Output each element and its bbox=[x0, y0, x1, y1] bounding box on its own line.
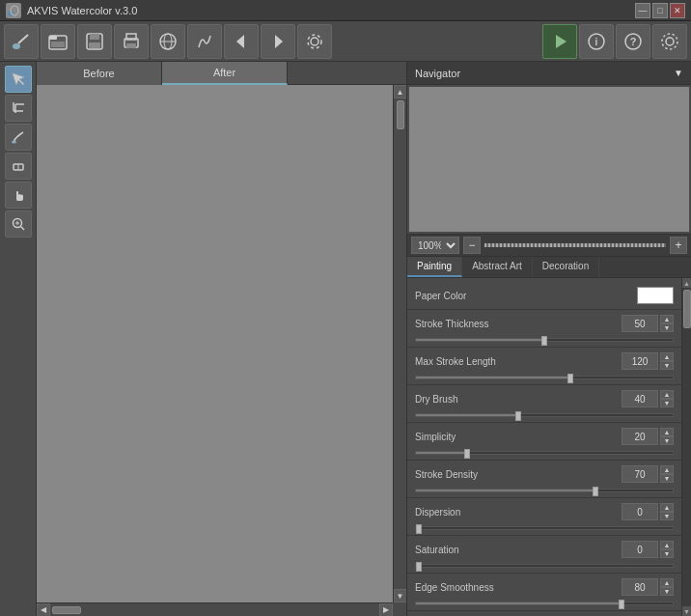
edge-smoothness-down[interactable]: ▼ bbox=[660, 587, 674, 596]
max-stroke-length-up[interactable]: ▲ bbox=[660, 352, 674, 361]
simplicity-input[interactable] bbox=[622, 428, 658, 445]
saturation-up[interactable]: ▲ bbox=[660, 541, 674, 549]
web-button[interactable] bbox=[151, 24, 185, 59]
dry-brush-down[interactable]: ▼ bbox=[660, 399, 674, 407]
dispersion-row: Dispersion ▲ ▼ bbox=[407, 498, 681, 536]
help-button[interactable]: ? bbox=[616, 24, 650, 59]
max-stroke-length-slider[interactable] bbox=[415, 376, 674, 379]
dry-brush-input[interactable] bbox=[622, 390, 658, 407]
svg-marker-17 bbox=[275, 35, 283, 48]
edge-smoothness-slider[interactable] bbox=[415, 602, 674, 605]
close-button[interactable]: ✕ bbox=[670, 3, 685, 18]
horizontal-scroll-thumb[interactable] bbox=[52, 606, 81, 614]
print-button[interactable] bbox=[114, 24, 149, 59]
stroke-thickness-up[interactable]: ▲ bbox=[660, 315, 674, 323]
dispersion-slider[interactable] bbox=[415, 526, 674, 530]
stroke-density-slider[interactable] bbox=[415, 489, 674, 492]
max-stroke-length-input[interactable] bbox=[622, 352, 658, 370]
stroke-thickness-down[interactable]: ▼ bbox=[660, 323, 674, 332]
info-button[interactable]: i bbox=[579, 24, 614, 59]
scroll-left-arrow[interactable]: ◀ bbox=[37, 603, 50, 617]
tab-before[interactable]: Before bbox=[37, 62, 162, 85]
forward-button[interactable] bbox=[261, 24, 295, 59]
saturation-slider[interactable] bbox=[415, 564, 674, 568]
dispersion-up[interactable]: ▲ bbox=[660, 503, 674, 512]
stroke-density-up[interactable]: ▲ bbox=[660, 465, 674, 474]
navigator-preview bbox=[409, 87, 689, 232]
dry-brush-slider[interactable] bbox=[415, 413, 674, 417]
edge-smoothness-input[interactable] bbox=[622, 578, 658, 596]
zoom-out-button[interactable]: − bbox=[463, 237, 481, 254]
svg-rect-5 bbox=[49, 36, 57, 40]
scroll-down-arrow[interactable]: ▼ bbox=[394, 589, 407, 602]
hand-tool-button[interactable] bbox=[5, 182, 32, 209]
simplicity-label: Simplicity bbox=[415, 432, 622, 442]
canvas-image-area bbox=[37, 85, 393, 602]
horizontal-scrollbar[interactable]: ◀ ▶ bbox=[37, 602, 393, 616]
edge-smoothness-up[interactable]: ▲ bbox=[660, 578, 674, 587]
panel-scroll-up-arrow[interactable]: ▲ bbox=[682, 278, 692, 288]
saturation-down[interactable]: ▼ bbox=[660, 549, 674, 558]
eraser-tool-button[interactable] bbox=[5, 153, 32, 180]
navigator-dropdown-icon[interactable]: ▼ bbox=[674, 68, 683, 78]
svg-line-3 bbox=[18, 35, 28, 43]
navigator-header: Navigator ▼ bbox=[407, 62, 691, 85]
select-tool-button[interactable] bbox=[5, 66, 32, 93]
stroke-density-input[interactable] bbox=[622, 465, 658, 483]
crop-tool-button[interactable] bbox=[5, 95, 32, 122]
zoom-slider[interactable] bbox=[484, 243, 666, 247]
paper-color-swatch[interactable] bbox=[637, 287, 674, 304]
max-stroke-length-down[interactable]: ▼ bbox=[660, 361, 674, 370]
brush-tool-button[interactable] bbox=[4, 24, 39, 59]
play-button[interactable] bbox=[542, 24, 577, 59]
svg-rect-6 bbox=[51, 42, 65, 47]
dry-brush-row: Dry Brush ▲ ▼ bbox=[407, 385, 681, 423]
dispersion-label: Dispersion bbox=[415, 507, 622, 518]
svg-point-19 bbox=[308, 35, 321, 48]
panel-scroll-thumb[interactable] bbox=[683, 290, 691, 328]
brush-tool-button2[interactable] bbox=[5, 124, 32, 151]
simplicity-row: Simplicity ▲ ▼ bbox=[407, 423, 681, 461]
scroll-right-arrow[interactable]: ▶ bbox=[379, 603, 393, 617]
panel-tabs: Painting Abstract Art Decoration bbox=[407, 257, 691, 278]
stroke-thickness-input[interactable] bbox=[622, 315, 658, 332]
stroke-density-down[interactable]: ▼ bbox=[660, 474, 674, 483]
simplicity-up[interactable]: ▲ bbox=[660, 428, 674, 436]
preferences-button[interactable] bbox=[652, 24, 687, 59]
dispersion-down[interactable]: ▼ bbox=[660, 512, 674, 520]
effects-button[interactable] bbox=[187, 24, 222, 59]
saturation-input[interactable] bbox=[622, 541, 658, 558]
tab-painting[interactable]: Painting bbox=[407, 257, 462, 277]
vertical-scroll-thumb[interactable] bbox=[397, 100, 404, 129]
scroll-up-arrow[interactable]: ▲ bbox=[394, 85, 407, 98]
tab-abstract-art[interactable]: Abstract Art bbox=[462, 257, 533, 277]
open-button[interactable] bbox=[41, 24, 75, 59]
settings-button[interactable] bbox=[297, 24, 332, 59]
dispersion-input[interactable] bbox=[622, 503, 658, 520]
edge-smoothness-row: Edge Smoothness ▲ ▼ bbox=[407, 574, 681, 611]
zoom-select[interactable]: 100% 25% 50% 75% 150% 200% bbox=[411, 237, 459, 254]
tab-after[interactable]: After bbox=[162, 62, 288, 85]
dry-brush-up[interactable]: ▲ bbox=[660, 390, 674, 399]
max-stroke-length-row: Max Stroke Length ▲ ▼ bbox=[407, 348, 681, 385]
vertical-scrollbar[interactable]: ▲ ▼ bbox=[393, 85, 406, 602]
zoom-in-button[interactable]: + bbox=[670, 237, 687, 254]
simplicity-slider[interactable] bbox=[415, 451, 674, 455]
zoom-tool-button[interactable] bbox=[5, 210, 32, 238]
maximize-button[interactable]: □ bbox=[652, 3, 668, 18]
back-button[interactable] bbox=[224, 24, 259, 59]
dry-brush-label: Dry Brush bbox=[415, 394, 622, 405]
minimize-button[interactable]: — bbox=[635, 3, 650, 18]
lightening-row: Lightening ▲ ▼ bbox=[407, 611, 681, 616]
svg-rect-8 bbox=[90, 34, 99, 40]
settings-container: Paper Color Stroke Thickness ▲ bbox=[407, 278, 691, 616]
svg-point-25 bbox=[666, 38, 674, 45]
save-button[interactable] bbox=[77, 24, 112, 59]
stroke-thickness-slider[interactable] bbox=[415, 338, 674, 342]
stroke-thickness-label: Stroke Thickness bbox=[415, 319, 622, 329]
stroke-density-row: Stroke Density ▲ ▼ bbox=[407, 461, 681, 498]
panel-scroll-down-arrow[interactable]: ▼ bbox=[682, 606, 692, 616]
simplicity-down[interactable]: ▼ bbox=[660, 436, 674, 445]
tab-decoration[interactable]: Decoration bbox=[533, 257, 599, 277]
canvas-tabs: Before After bbox=[37, 62, 406, 85]
